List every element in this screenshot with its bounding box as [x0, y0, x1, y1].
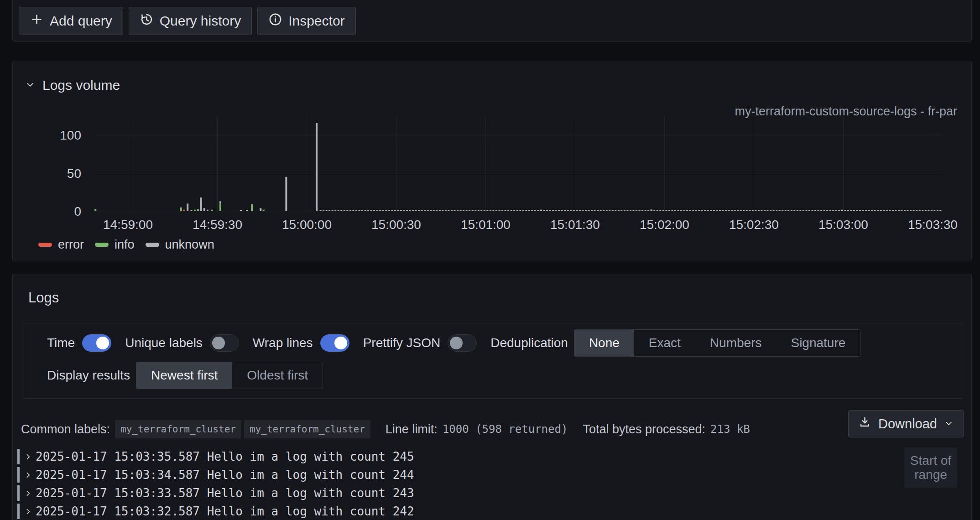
logs-panel-title: Logs — [28, 290, 59, 306]
start-of-range-marker: Start of range — [904, 447, 957, 488]
logs-options-row-2: Display results Newest first Oldest firs… — [47, 362, 963, 389]
log-row[interactable]: 2025-01-17 15:03:34.587 Hello im a log w… — [17, 466, 414, 484]
query-editor-panel: Add query Query history Inspector — [12, 0, 972, 42]
download-button[interactable]: Download — [848, 410, 964, 437]
toggle-knob — [96, 337, 109, 349]
logs-volume-chart[interactable]: 14:59:0014:59:3015:00:0015:00:3015:01:00… — [13, 61, 971, 262]
logs-meta-row: Common labels: my_terraform_cluster my_t… — [21, 416, 750, 442]
display-option-oldest-first[interactable]: Oldest first — [232, 362, 323, 389]
time-toggle[interactable] — [82, 334, 111, 352]
display-results-group: Display results Newest first Oldest firs… — [47, 362, 323, 389]
toggle-knob — [334, 337, 347, 349]
legend-item-error[interactable]: error — [38, 238, 84, 252]
expand-chevron-icon[interactable] — [24, 489, 32, 497]
dedup-option-exact[interactable]: Exact — [634, 330, 695, 356]
svg-text:14:59:30: 14:59:30 — [193, 218, 242, 232]
expand-chevron-icon[interactable] — [24, 453, 32, 461]
toggle-knob — [450, 337, 463, 349]
legend-label-error: error — [58, 238, 84, 252]
query-toolbar: Add query Query history Inspector — [19, 7, 356, 35]
log-line-text: 2025-01-17 15:03:33.587 Hello im a log w… — [36, 486, 414, 500]
dedup-option-numbers[interactable]: Numbers — [695, 330, 777, 356]
logs-volume-panel: Logs volume my-terraform-custom-source-l… — [12, 61, 972, 261]
inspector-button[interactable]: Inspector — [257, 7, 355, 35]
time-toggle-group: Time — [47, 334, 111, 352]
time-toggle-label: Time — [47, 336, 75, 350]
display-results-radio-group: Newest first Oldest first — [136, 362, 323, 389]
svg-text:15:01:00: 15:01:00 — [461, 218, 511, 232]
svg-text:0: 0 — [74, 204, 81, 218]
wrap-lines-toggle[interactable] — [320, 334, 349, 352]
log-row[interactable]: 2025-01-17 15:03:35.587 Hello im a log w… — [17, 447, 414, 466]
svg-text:15:03:30: 15:03:30 — [908, 218, 958, 232]
chevron-down-icon — [944, 416, 954, 432]
query-history-button[interactable]: Query history — [129, 7, 252, 35]
label-chip: my_terraform_cluster — [244, 420, 370, 438]
common-labels-label: Common labels: — [21, 422, 110, 437]
display-option-newest-first[interactable]: Newest first — [136, 362, 232, 389]
legend-item-info[interactable]: info — [95, 238, 135, 252]
expand-chevron-icon[interactable] — [24, 471, 32, 479]
query-history-label: Query history — [160, 13, 241, 29]
add-query-button[interactable]: Add query — [19, 7, 123, 35]
add-query-label: Add query — [50, 13, 112, 29]
log-row[interactable]: 2025-01-17 15:03:33.587 Hello im a log w… — [17, 484, 414, 502]
dedup-option-none[interactable]: None — [574, 330, 634, 356]
legend-swatch-unknown — [146, 243, 159, 247]
deduplication-label: Deduplication — [490, 336, 568, 350]
line-limit-label: Line limit: — [386, 422, 438, 437]
total-bytes-value: 213 kB — [710, 423, 750, 436]
line-limit-group: Line limit: 1000 (598 returned) — [386, 422, 568, 437]
deduplication-group: Deduplication None Exact Numbers Signatu… — [490, 329, 860, 357]
logs-panel: Logs Time Unique labels Wrap lines Prett… — [12, 274, 972, 520]
svg-text:15:02:30: 15:02:30 — [729, 218, 779, 232]
svg-text:15:02:00: 15:02:00 — [640, 218, 689, 232]
log-line-text: 2025-01-17 15:03:34.587 Hello im a log w… — [36, 468, 414, 482]
prettify-json-toggle[interactable] — [448, 334, 477, 352]
log-line-text: 2025-01-17 15:03:32.587 Hello im a log w… — [36, 504, 414, 518]
unique-labels-toggle-label: Unique labels — [125, 336, 203, 350]
legend-swatch-error — [38, 243, 52, 247]
expand-chevron-icon[interactable] — [24, 508, 32, 515]
download-icon — [858, 416, 871, 432]
plus-icon — [30, 12, 44, 30]
unique-labels-toggle-group: Unique labels — [125, 334, 239, 352]
log-level-bar — [17, 449, 20, 464]
toggle-knob — [212, 337, 225, 349]
download-label: Download — [878, 416, 937, 432]
total-bytes-label: Total bytes processed: — [583, 422, 705, 437]
legend-swatch-info — [95, 243, 109, 247]
dedup-option-signature[interactable]: Signature — [776, 330, 860, 356]
label-chip: my_terraform_cluster — [115, 420, 241, 438]
history-icon — [140, 12, 154, 30]
log-level-bar — [17, 467, 20, 483]
grafana-explore-page: { "toolbar": { "add_query": "Add query",… — [0, 0, 980, 520]
legend-item-unknown[interactable]: unknown — [146, 238, 214, 252]
svg-text:15:03:00: 15:03:00 — [818, 218, 868, 232]
log-level-bar — [17, 485, 20, 501]
logs-options-box: Time Unique labels Wrap lines Prettify J… — [22, 323, 963, 399]
log-level-bar — [17, 504, 20, 519]
common-labels-group: Common labels: my_terraform_cluster my_t… — [21, 420, 370, 438]
log-row[interactable]: 2025-01-17 15:03:32.587 Hello im a log w… — [17, 502, 414, 520]
wrap-lines-toggle-label: Wrap lines — [253, 336, 313, 350]
prettify-json-toggle-group: Prettify JSON — [363, 334, 477, 352]
svg-text:14:59:00: 14:59:00 — [103, 218, 153, 232]
svg-text:15:01:30: 15:01:30 — [550, 218, 600, 232]
chart-legend: error info unknown — [38, 238, 214, 252]
wrap-lines-toggle-group: Wrap lines — [253, 334, 349, 352]
svg-text:15:00:00: 15:00:00 — [282, 218, 332, 232]
display-results-label: Display results — [47, 368, 130, 383]
line-limit-value: 1000 (598 returned) — [443, 423, 568, 436]
info-circle-icon — [268, 12, 282, 30]
unique-labels-toggle[interactable] — [210, 334, 239, 352]
inspector-label: Inspector — [288, 13, 344, 29]
svg-text:50: 50 — [67, 166, 81, 181]
legend-label-info: info — [115, 238, 135, 252]
deduplication-radio-group: None Exact Numbers Signature — [574, 329, 860, 357]
total-bytes-group: Total bytes processed: 213 kB — [583, 422, 750, 437]
svg-text:100: 100 — [60, 128, 81, 142]
prettify-json-toggle-label: Prettify JSON — [363, 336, 441, 350]
log-line-text: 2025-01-17 15:03:35.587 Hello im a log w… — [36, 450, 414, 463]
logs-options-row-1: Time Unique labels Wrap lines Prettify J… — [47, 329, 963, 357]
